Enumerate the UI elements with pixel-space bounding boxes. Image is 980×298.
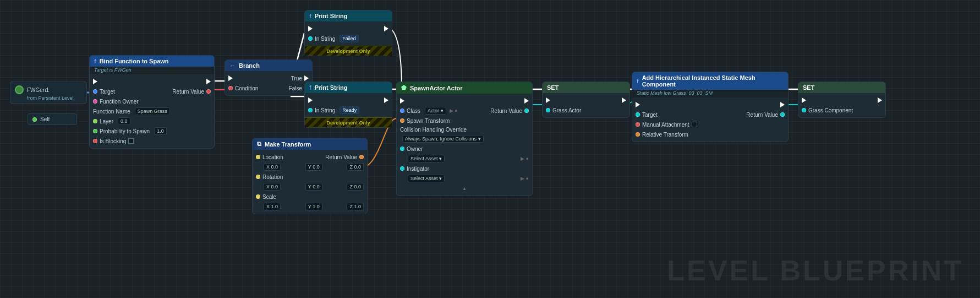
spawn-instigator-pin[interactable] — [400, 166, 404, 171]
print-ready-devonly: Development Only — [305, 117, 392, 127]
branch-header: ← Branch — [225, 60, 312, 71]
spawn-return-pin[interactable] — [524, 109, 529, 113]
print-failed-header: f Print String — [305, 10, 392, 21]
make-scalez-val: Z 1.0 — [347, 203, 364, 210]
make-loc-label: Location — [262, 154, 283, 160]
make-transform-header: ⧉ Make Transform — [253, 138, 367, 150]
add-h-manual-pin[interactable] — [636, 122, 640, 127]
bind-layer-value: 0.0 — [118, 117, 130, 125]
bind-funcname-label: Function Name — [93, 109, 130, 115]
bind-prob-label: Probability to Spawn — [100, 128, 150, 134]
bind-layer-label: Layer — [100, 118, 113, 124]
set2-node[interactable]: SET Grass Component — [798, 82, 886, 118]
add-h-target-pin[interactable] — [636, 112, 640, 117]
make-return-label: Return Value — [325, 154, 357, 160]
fwgen1-label: FWGen1 — [27, 87, 49, 93]
set1-exec-in[interactable] — [546, 97, 550, 103]
spawn-actor-node[interactable]: ⬟ SpawnActor Actor Class Actor ▾ ▶ ● — [396, 82, 533, 196]
spawn-return-label: Return Value — [490, 108, 522, 114]
bind-block-pin[interactable] — [93, 139, 97, 143]
make-roty-val: Y 0.0 — [305, 183, 322, 191]
spawn-collision-label: Collision Handling Override — [400, 127, 467, 133]
print-ready-exec-out[interactable] — [384, 97, 388, 103]
bind-return-pin[interactable] — [206, 89, 211, 94]
make-scaley-val: Y 1.0 — [305, 203, 322, 210]
print-failed-devonly: Development Only — [305, 46, 392, 56]
set1-grassactor-label: Grass Actor — [552, 107, 581, 113]
make-transform-node[interactable]: ⧉ Make Transform Location Return Value X… — [252, 138, 368, 214]
add-h-return-label: Return Value — [746, 112, 778, 118]
spawn-actor-header: ⬟ SpawnActor Actor — [397, 82, 532, 94]
set1-header: SET — [543, 82, 629, 93]
bind-layer-pin[interactable] — [93, 119, 97, 123]
spawn-owner-value: Select Asset ▾ — [408, 155, 445, 162]
print-failed-exec-out[interactable] — [384, 26, 388, 31]
set1-exec-out[interactable] — [622, 97, 626, 103]
set1-grassactor-pin[interactable] — [546, 108, 550, 112]
set2-exec-out[interactable] — [878, 97, 882, 103]
branch-false-label: False — [289, 85, 302, 91]
make-scale-pin[interactable] — [256, 194, 260, 199]
bind-function-subtitle: Target is FWGen — [90, 67, 214, 74]
bind-exec-in[interactable] — [93, 79, 97, 84]
spawn-instigator-label: Instigator — [407, 166, 429, 172]
bind-prob-pin[interactable] — [93, 129, 97, 133]
print-ready-exec-in[interactable] — [308, 97, 313, 103]
print-ready-node[interactable]: f Print String In String Ready De — [304, 82, 392, 128]
print-failed-node[interactable]: f Print String In String Failed D — [304, 10, 392, 56]
branch-node[interactable]: ← Branch True Condition False — [225, 59, 313, 96]
blueprint-canvas: FWGen1 from Persistent Level Self f Bind… — [0, 0, 980, 298]
make-scale-label: Scale — [262, 194, 276, 200]
spawn-class-value: Actor ▾ — [425, 107, 446, 115]
spawn-exec-out[interactable] — [524, 98, 529, 104]
bind-target-pin[interactable] — [93, 89, 97, 94]
add-hierarchical-node[interactable]: f Add Hierarchical Instanced Static Mesh… — [632, 72, 789, 142]
print-ready-instr-pin[interactable] — [308, 108, 313, 112]
print-failed-instr-label: In String — [315, 36, 335, 42]
print-failed-value: Failed — [340, 35, 359, 42]
print-failed-instr-pin[interactable] — [308, 36, 313, 41]
make-rotz-val: Z 0.0 — [347, 183, 364, 191]
spawn-collision-value[interactable]: Always Spawn, Ignore Collisions ▾ — [402, 135, 484, 143]
spawn-exec-in[interactable] — [400, 98, 404, 104]
bind-funcowner-pin[interactable] — [93, 99, 97, 104]
branch-condition-label: Condition — [235, 85, 258, 91]
set2-exec-in[interactable] — [802, 97, 806, 103]
add-h-exec-out[interactable] — [780, 102, 785, 107]
make-locz-val: Z 0.0 — [347, 163, 364, 171]
branch-exec-in[interactable] — [228, 75, 233, 81]
make-rot-pin[interactable] — [256, 175, 260, 179]
bind-blocking-check[interactable] — [128, 138, 134, 144]
set1-node[interactable]: SET Grass Actor — [542, 82, 630, 118]
set2-grasscomp-pin[interactable] — [802, 108, 806, 112]
make-loc-pin[interactable] — [256, 155, 260, 159]
branch-true-pin[interactable] — [304, 75, 309, 81]
add-h-exec-in[interactable] — [636, 102, 640, 107]
fwgen1-node[interactable]: FWGen1 from Persistent Level — [10, 82, 87, 104]
add-h-reltransform-pin[interactable] — [636, 132, 640, 137]
bind-exec-out[interactable] — [206, 79, 211, 84]
add-hierarchical-subtitle: Static Mesh low Grass_03_03_SM — [632, 90, 788, 97]
add-h-manual-check[interactable] — [692, 122, 697, 127]
branch-condition-pin[interactable] — [228, 86, 233, 90]
spawn-class-label: Class — [407, 108, 420, 114]
spawn-transform-label: Spawn Transform — [407, 118, 450, 124]
bind-function-node[interactable]: f Bind Function to Spawn Target is FWGen… — [89, 55, 215, 149]
add-h-target-label: Target — [642, 112, 658, 118]
spawn-transform-pin[interactable] — [400, 118, 404, 123]
set2-header: SET — [798, 82, 885, 93]
set2-grasscomp-label: Grass Component — [808, 107, 853, 113]
bind-prob-value: 1.0 — [154, 127, 167, 135]
watermark: LEVEL BLUEPRINT — [667, 254, 963, 287]
bind-blocking-label: Is Blocking — [100, 138, 126, 144]
spawn-instigator-value: Select Asset ▾ — [408, 175, 445, 182]
add-h-return-pin[interactable] — [780, 112, 785, 117]
spawn-class-pin[interactable] — [400, 109, 404, 113]
print-failed-exec-in[interactable] — [308, 26, 313, 31]
make-return-pin[interactable] — [359, 155, 364, 159]
self-label: Self — [40, 116, 50, 122]
print-ready-value: Ready — [340, 106, 359, 114]
add-h-reltransform-label: Relative Transform — [642, 132, 688, 138]
spawn-owner-pin[interactable] — [400, 147, 404, 151]
self-node[interactable]: Self — [28, 113, 77, 125]
